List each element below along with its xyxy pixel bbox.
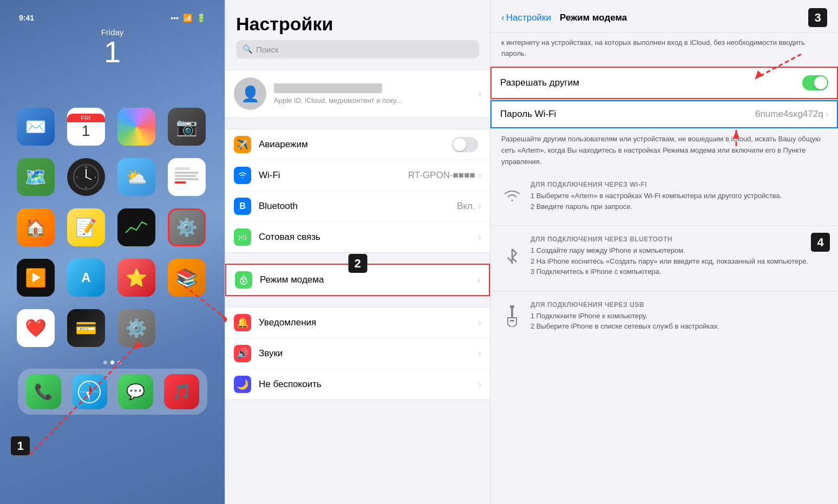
settings-row-cellular[interactable]: (•)) Сотовая связь › [225, 222, 490, 252]
hotspot-description: Разрешайте другим пользователям или устр… [490, 134, 838, 175]
back-link[interactable]: ‹ Настройки [501, 12, 551, 23]
usb-conn-icon [501, 305, 523, 327]
settings-row-wifi[interactable]: Wi-Fi RT-GPON-■■■■ › [225, 160, 490, 191]
dock-phone[interactable]: 📞 [26, 374, 61, 409]
cellular-chevron: › [479, 232, 481, 242]
usb-conn-step2: 2 Выберите iPhone в списке сетевых служб… [531, 321, 827, 332]
allow-others-row[interactable]: Разрешать другим [490, 67, 838, 99]
app-appstore[interactable]: A [67, 259, 105, 297]
svg-rect-13 [175, 181, 186, 184]
search-bar[interactable]: 🔍 Поиск [236, 40, 479, 58]
page-dot [117, 361, 121, 364]
bt-conn-text: ДЛЯ ПОДКЛЮЧЕНИЯ ЧЕРЕЗ BLUETOOTH 1 Создай… [531, 235, 827, 277]
app-itunes[interactable]: ⭐ [117, 259, 155, 297]
settings-row-notifications[interactable]: 🔔 Уведомления › [225, 307, 490, 338]
app-calendar[interactable]: FRI 1 [67, 108, 105, 146]
hotspot-page-title: Режим модема [560, 12, 627, 23]
bluetooth-chevron: › [479, 201, 481, 211]
bt-conn-icon [501, 246, 523, 267]
step4-badge: 4 [811, 233, 830, 252]
app-settings2[interactable]: ⚙️ [117, 309, 155, 347]
settings-group-connectivity: ✈️ Авиарежим Wi-Fi RT-GPON-■■■■ › B Blue… [225, 129, 490, 253]
sounds-icon: 🔊 [234, 345, 251, 362]
divider-1 [490, 225, 838, 226]
app-home[interactable]: 🏠 [17, 208, 55, 246]
sounds-chevron: › [479, 349, 481, 358]
app-photos[interactable] [117, 108, 155, 146]
step3-badge: 3 [808, 8, 827, 27]
wifi-label: Wi-Fi [259, 170, 408, 181]
usb-conn-step1: 1 Подключите iPhone к компьютеру. [531, 311, 827, 322]
app-notes[interactable]: 📝 [67, 208, 105, 246]
wifi-value: RT-GPON-■■■■ [408, 170, 475, 181]
back-label: Настройки [506, 12, 551, 23]
bt-conn-step3: 3 Подключитесь к iPhone с компьютера. [531, 266, 827, 277]
usb-conn-header: ДЛЯ ПОДКЛЮЧЕНИЯ ЧЕРЕЗ USB 1 Подключите i… [501, 301, 827, 332]
status-bar: 9:41 ▪▪▪ 📶 🔋 [11, 11, 214, 25]
hotspot-icon [235, 271, 252, 289]
settings-row-dnd[interactable]: 🌙 Не беспокоить › [225, 369, 490, 400]
cellular-icon: (•)) [234, 228, 251, 246]
dock-music[interactable]: 🎵 [164, 374, 199, 409]
app-weather[interactable]: ⛅ [117, 158, 155, 196]
dock-safari[interactable] [72, 374, 107, 409]
app-stocks[interactable] [117, 208, 155, 246]
airplane-toggle[interactable] [452, 137, 478, 152]
settings-row-airplane[interactable]: ✈️ Авиарежим [225, 129, 490, 160]
svg-rect-10 [175, 172, 199, 174]
dock-messages[interactable]: 💬 [118, 374, 153, 409]
back-chevron-icon: ‹ [501, 12, 505, 23]
profile-name [274, 83, 382, 93]
app-health[interactable]: ❤️ [17, 309, 55, 347]
app-settings-highlighted[interactable]: ⚙️ [168, 208, 206, 246]
svg-rect-9 [175, 167, 190, 170]
svg-rect-28 [510, 320, 514, 322]
settings-header: Настройки 🔍 Поиск [225, 0, 490, 64]
settings-panel: Настройки 🔍 Поиск 👤 Apple ID, iCloud, ме… [225, 0, 490, 504]
app-books[interactable]: 📚 [168, 259, 206, 297]
allow-others-toggle[interactable] [802, 75, 828, 90]
page-dot-active [110, 361, 114, 364]
allow-others-label: Разрешать другим [500, 77, 802, 88]
iphone-screen: 9:41 ▪▪▪ 📶 🔋 Friday 1 ✉️ FRI 1 📷 🗺️ 1236… [0, 0, 225, 504]
app-mail[interactable]: ✉️ [17, 108, 55, 146]
signal-icon: ▪▪▪ [171, 14, 179, 22]
svg-marker-19 [86, 392, 89, 400]
dnd-chevron: › [479, 379, 481, 389]
app-news[interactable] [168, 158, 206, 196]
app-videos[interactable]: ▶️ [17, 259, 55, 297]
hotspot-label: Режим модема [260, 274, 477, 285]
hotspot-chevron: › [477, 275, 480, 285]
bt-conn-step1: 1 Создайте пару между iPhone и компьютер… [531, 245, 827, 256]
search-icon: 🔍 [243, 44, 253, 54]
page-dot [103, 361, 107, 364]
app-clock[interactable]: 12369 [67, 158, 105, 196]
bluetooth-label: Bluetooth [259, 201, 457, 212]
day-number: 1 [101, 37, 124, 67]
hotspot-header: ‹ Настройки Режим модема 3 [490, 0, 838, 33]
svg-rect-27 [511, 308, 513, 318]
app-camera[interactable]: 📷 [168, 108, 206, 146]
bluetooth-value: Вкл. [457, 201, 475, 212]
bluetooth-icon: B [234, 198, 251, 215]
profile-row[interactable]: 👤 Apple ID, iCloud, медиаконтент и поку.… [225, 69, 490, 118]
chevron-icon: › [479, 89, 481, 99]
wifi-conn-step2: 2 Введите пароль при запросе. [531, 201, 827, 212]
profile-info: Apple ID, iCloud, медиаконтент и поку... [274, 83, 471, 104]
settings-group-general: 🔔 Уведомления › 🔊 Звуки › 🌙 Не беспокоит… [225, 307, 490, 400]
battery-icon: 🔋 [197, 14, 206, 22]
wifi-icon [234, 167, 251, 184]
time: 9:41 [19, 14, 34, 22]
wifi-password-row[interactable]: Пароль Wi-Fi 6nume4sxg472q › [490, 100, 838, 128]
settings-row-sounds[interactable]: 🔊 Звуки › [225, 338, 490, 369]
app-maps[interactable]: 🗺️ [17, 158, 55, 196]
settings-row-bluetooth[interactable]: B Bluetooth Вкл. › [225, 191, 490, 222]
wifi-conn-icon [501, 186, 523, 207]
profile-sub: Apple ID, iCloud, медиаконтент и поку... [274, 96, 471, 104]
app-wallet[interactable]: 💳 [67, 309, 105, 347]
airplane-label: Авиарежим [259, 139, 452, 150]
dock: 📞 💬 🎵 [18, 369, 207, 415]
wifi-pass-chevron: › [826, 109, 828, 119]
profile-avatar: 👤 [234, 77, 266, 110]
hotspot-intro: к интернету на устройствах, на которых в… [490, 33, 838, 61]
